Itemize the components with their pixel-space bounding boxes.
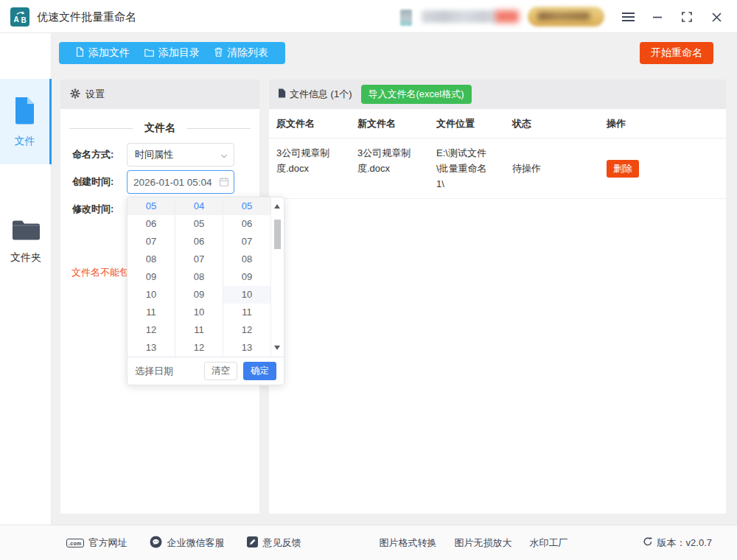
wechat-support-link[interactable]: 企业微信客服 (150, 536, 225, 550)
svg-text:A: A (14, 15, 19, 24)
time-option[interactable]: 13 (223, 339, 270, 357)
settings-icon (70, 88, 80, 101)
time-option[interactable]: 12 (175, 339, 223, 357)
clear-list-button[interactable]: 清除列表 (207, 46, 276, 60)
time-option[interactable]: 12 (128, 321, 175, 339)
sidebar-item-files[interactable]: 文件 (0, 79, 52, 164)
scroll-up-icon[interactable] (274, 204, 280, 209)
start-rename-button[interactable]: 开始重命名 (640, 42, 713, 64)
created-time-row: 创建时间: (60, 170, 259, 194)
time-option[interactable]: 07 (223, 233, 270, 251)
time-option[interactable]: 06 (175, 233, 223, 251)
account-info-redacted (422, 10, 498, 23)
add-file-button[interactable]: 添加文件 (69, 46, 137, 60)
time-picker-minutes-column: 040506070809101112 (175, 197, 223, 357)
column-header-location: 文件位置 (436, 117, 512, 130)
time-option[interactable]: 11 (223, 304, 270, 321)
tool-link-watermark[interactable]: 水印工厂 (530, 536, 568, 550)
time-option[interactable]: 10 (223, 286, 270, 304)
add-folder-button[interactable]: 添加目录 (137, 46, 207, 60)
time-option[interactable]: 05 (128, 197, 175, 215)
clear-button[interactable]: 清空 (204, 362, 237, 380)
chevron-down-icon (220, 150, 228, 164)
cell-location: E:\测试文件\批量重命名1\ (436, 145, 489, 192)
file-panel-title: 文件信息 (1个) (290, 88, 352, 101)
folder-icon (11, 218, 41, 245)
filename-warning-text: 文件名不能包 (71, 266, 129, 279)
time-option[interactable]: 09 (128, 268, 175, 286)
tool-link-image-convert[interactable]: 图片格式转换 (380, 536, 437, 550)
wechat-icon (150, 536, 162, 550)
table-row: 3公司规章制度.docx 3公司规章制度.docx E:\测试文件\批量重命名1… (269, 139, 726, 199)
time-option[interactable]: 07 (128, 233, 175, 251)
scroll-down-icon[interactable] (274, 346, 280, 350)
website-icon: .com (66, 539, 84, 547)
settings-panel-header: 设置 (60, 80, 259, 109)
time-option[interactable]: 08 (175, 268, 223, 286)
filename-group-title: 文件名 (144, 122, 175, 135)
clear-list-icon (214, 47, 223, 59)
time-option[interactable]: 10 (128, 286, 175, 304)
filename-group-title-row: 文件名 (69, 122, 251, 135)
tool-link-image-enlarge[interactable]: 图片无损放大 (455, 536, 512, 550)
time-option[interactable]: 09 (223, 268, 270, 286)
file-panel-header: 文件信息 (1个) 导入文件名(excel格式) (269, 80, 726, 109)
footer: .com 官方网址 企业微信客服 意见反馈 图片格式转换 图片无损放大 水印工厂 (0, 525, 737, 560)
naming-method-row: 命名方式: 时间属性 (60, 143, 259, 167)
time-option[interactable]: 07 (175, 251, 223, 268)
created-time-label: 创建时间: (72, 175, 127, 189)
time-option[interactable]: 12 (223, 321, 270, 339)
delete-button[interactable]: 删除 (607, 160, 639, 178)
calendar-icon[interactable] (219, 177, 229, 190)
titlebar: A B 优速文件批量重命名 (0, 0, 737, 33)
file-info-icon (278, 88, 286, 101)
time-option[interactable]: 06 (223, 215, 270, 233)
official-site-link[interactable]: .com 官方网址 (66, 536, 128, 550)
app-icon: A B (10, 7, 29, 27)
time-option[interactable]: 05 (175, 215, 223, 233)
table-header: 原文件名 新文件名 文件位置 状态 操作 (269, 109, 726, 139)
time-option[interactable]: 13 (128, 339, 175, 357)
time-option[interactable]: 10 (175, 304, 223, 321)
close-icon[interactable] (708, 8, 725, 26)
select-date-link[interactable]: 选择日期 (135, 365, 204, 378)
time-option[interactable]: 09 (175, 286, 223, 304)
account-building-icon (400, 10, 412, 26)
time-picker-seconds-column: 050607080910111213 (223, 197, 271, 357)
refresh-icon[interactable] (643, 536, 653, 549)
time-option[interactable]: 08 (128, 251, 175, 268)
version-label: 版本：v2.0.7 (657, 536, 712, 550)
time-picker-popup: 050607080910111213 040506070809101112 05… (127, 197, 284, 385)
minimize-icon[interactable] (649, 8, 666, 26)
settings-header-label: 设置 (85, 88, 105, 101)
version-area: 版本：v2.0.7 (643, 536, 712, 550)
app-title: 优速文件批量重命名 (37, 0, 136, 33)
naming-method-select[interactable]: 时间属性 (127, 143, 234, 167)
naming-method-label: 命名方式: (72, 148, 127, 161)
scrollbar-thumb[interactable] (274, 220, 281, 249)
time-option[interactable]: 06 (128, 215, 175, 233)
modified-time-label: 修改时间: (72, 203, 127, 216)
vip-badge-redacted[interactable] (528, 7, 604, 27)
time-option[interactable]: 08 (223, 251, 270, 268)
time-option[interactable]: 11 (175, 321, 223, 339)
time-option[interactable]: 05 (223, 197, 270, 215)
time-picker-scrollbar[interactable] (271, 197, 284, 357)
divider (69, 128, 133, 129)
file-panel: 文件信息 (1个) 导入文件名(excel格式) 原文件名 新文件名 文件位置 … (269, 80, 726, 514)
feedback-link[interactable]: 意见反馈 (247, 536, 301, 550)
feedback-icon (247, 536, 258, 550)
time-option[interactable]: 04 (175, 197, 223, 215)
sidebar-item-folders[interactable]: 文件夹 (0, 214, 52, 279)
svg-text:B: B (21, 16, 27, 24)
time-picker-footer: 选择日期 清空 确定 (128, 357, 284, 385)
sidebar-item-label: 文件 (15, 135, 35, 148)
confirm-button[interactable]: 确定 (243, 362, 276, 380)
column-header-original: 原文件名 (276, 117, 357, 130)
time-option[interactable]: 11 (128, 304, 175, 321)
import-excel-button[interactable]: 导入文件名(excel格式) (361, 85, 472, 104)
time-picker-hours-column: 050607080910111213 (128, 197, 175, 357)
maximize-icon[interactable] (678, 8, 696, 26)
menu-icon[interactable] (619, 8, 637, 26)
cell-original-name: 3公司规章制度.docx (276, 145, 335, 176)
